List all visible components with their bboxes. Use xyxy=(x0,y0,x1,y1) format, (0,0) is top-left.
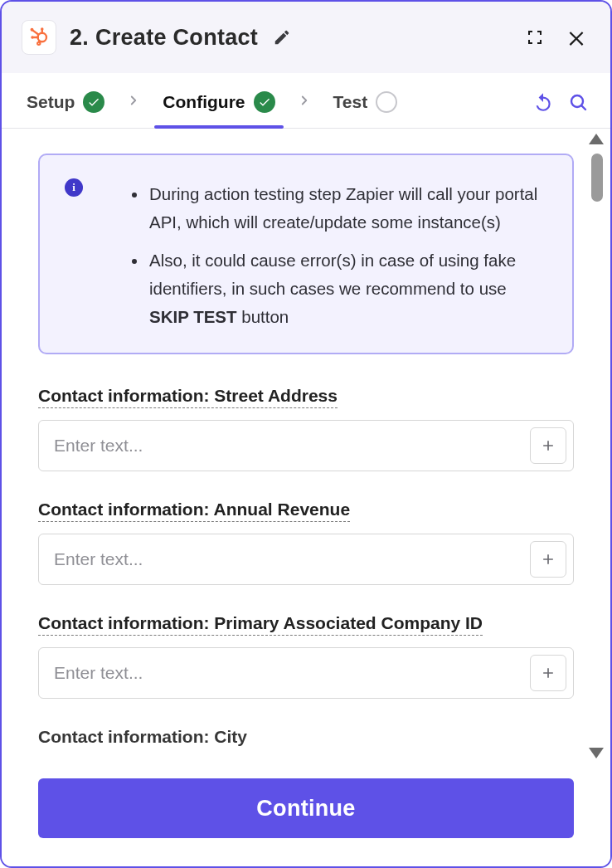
step-setup[interactable]: Setup xyxy=(22,85,109,128)
chevron-right-icon xyxy=(114,93,153,119)
panel-header: 2. Create Contact xyxy=(2,2,610,73)
step-configure[interactable]: Configure xyxy=(158,85,279,128)
step-label: Configure xyxy=(163,92,245,112)
info-callout: i During action testing step Zapier will… xyxy=(38,154,574,354)
field-city: Contact information: City xyxy=(38,727,574,760)
field-label: Contact information: Primary Associated … xyxy=(38,613,483,636)
undo-icon xyxy=(532,91,554,113)
search-button[interactable] xyxy=(566,90,590,115)
insert-data-button[interactable] xyxy=(530,427,566,464)
step-label: Setup xyxy=(27,92,75,112)
chevron-right-icon xyxy=(285,93,323,119)
edit-title-button[interactable] xyxy=(271,27,293,48)
info-item: Also, it could cause error(s) in case of… xyxy=(148,246,547,331)
svg-line-10 xyxy=(582,106,586,110)
plus-icon xyxy=(540,665,556,681)
field-label: Contact information: Street Address xyxy=(38,386,338,408)
expand-icon xyxy=(525,27,545,47)
field-primary-company-id: Contact information: Primary Associated … xyxy=(38,613,574,699)
field-annual-revenue: Contact information: Annual Revenue xyxy=(38,500,574,585)
search-icon xyxy=(568,92,588,112)
close-button[interactable] xyxy=(562,23,590,51)
step-label: Test xyxy=(333,92,368,112)
field-input[interactable] xyxy=(39,648,530,698)
insert-data-button[interactable] xyxy=(530,655,566,691)
field-label: Contact information: City xyxy=(38,727,247,749)
check-icon xyxy=(254,91,275,113)
field-input-wrap xyxy=(38,534,574,585)
hubspot-logo-icon xyxy=(22,20,56,55)
svg-point-0 xyxy=(38,33,46,41)
svg-point-6 xyxy=(41,27,43,30)
insert-data-button[interactable] xyxy=(530,541,566,578)
plus-icon xyxy=(540,551,556,568)
field-input[interactable] xyxy=(39,534,530,584)
field-street-address: Contact information: Street Address xyxy=(38,386,574,471)
form-scroll-area: i During action testing step Zapier will… xyxy=(2,129,610,763)
info-icon: i xyxy=(65,178,83,197)
continue-button[interactable]: Continue xyxy=(38,778,574,838)
panel-footer: Continue xyxy=(2,763,610,866)
step-nav: Setup Configure Test xyxy=(2,73,610,129)
zap-step-panel: 2. Create Contact Setup xyxy=(0,0,612,868)
svg-point-7 xyxy=(37,42,40,45)
field-input-wrap xyxy=(38,647,574,699)
plus-icon xyxy=(540,437,556,454)
step-test[interactable]: Test xyxy=(328,85,403,128)
panel-title: 2. Create Contact xyxy=(70,25,258,51)
pencil-icon xyxy=(273,28,291,46)
svg-point-4 xyxy=(31,28,34,32)
pending-status-icon xyxy=(376,91,397,113)
undo-button[interactable] xyxy=(531,90,556,115)
field-input[interactable] xyxy=(39,421,530,471)
svg-point-5 xyxy=(31,36,33,38)
field-input-wrap xyxy=(38,420,574,471)
close-icon xyxy=(566,27,587,48)
expand-button[interactable] xyxy=(521,23,549,51)
check-icon xyxy=(83,91,104,113)
field-label: Contact information: Annual Revenue xyxy=(38,500,350,522)
info-item: During action testing step Zapier will c… xyxy=(148,180,547,237)
info-list: During action testing step Zapier will c… xyxy=(100,177,547,331)
